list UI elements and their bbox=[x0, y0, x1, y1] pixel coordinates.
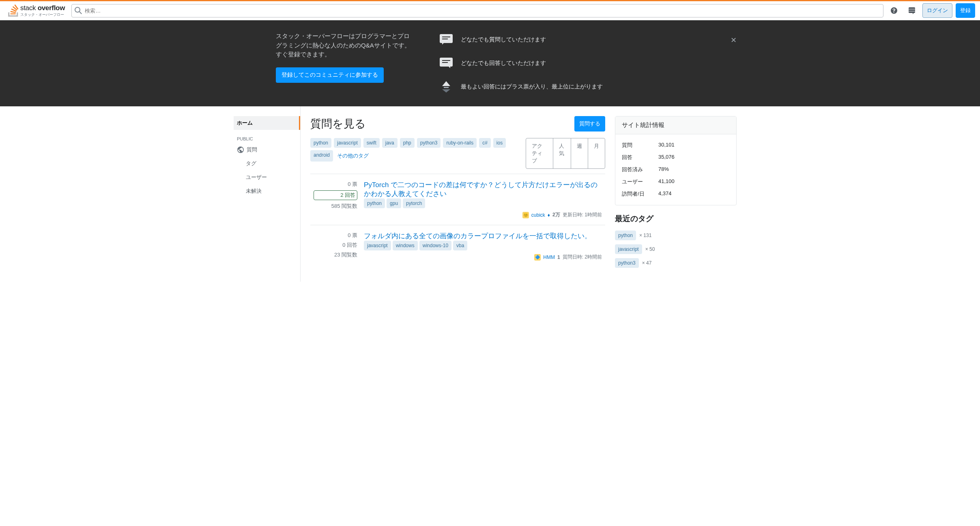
sort-tab[interactable]: アクティブ bbox=[526, 138, 553, 168]
content: 質問を見る 質問する pythonjavascriptswiftjavaphpp… bbox=[300, 106, 746, 282]
login-button[interactable]: ログイン bbox=[922, 3, 952, 18]
hero-description: スタック・オーバーフローはプログラマーとプログラミングに熱心な人のためのQ&Aサ… bbox=[276, 32, 414, 59]
tag-java[interactable]: java bbox=[382, 138, 398, 148]
sidebar-item-users[interactable]: ユーザー bbox=[234, 170, 300, 184]
stat-value: 41,100 bbox=[658, 178, 675, 185]
aside: サイト統計情報 質問30,101回答35,076回答済み78%ユーザー41,10… bbox=[615, 116, 737, 272]
tag-python3[interactable]: python3 bbox=[417, 138, 441, 148]
stackoverflow-icon bbox=[8, 4, 19, 17]
vote-icon bbox=[438, 79, 454, 95]
svg-rect-6 bbox=[444, 87, 449, 88]
sort-tabs: アクティブ人気週月 bbox=[526, 138, 605, 169]
stat-value: 4,374 bbox=[658, 190, 672, 198]
question-stats: 0 票0 回答23 閲覧数 bbox=[314, 232, 357, 261]
popular-tags: pythonjavascriptswiftjavaphppython3ruby-… bbox=[310, 138, 526, 162]
tag-python[interactable]: python bbox=[310, 138, 331, 148]
tag-javascript[interactable]: javascript bbox=[364, 241, 391, 250]
recent-tag-row: python× 131 bbox=[615, 231, 737, 240]
stat-label: 回答済み bbox=[622, 166, 658, 173]
recent-tag-row: python3× 47 bbox=[615, 258, 737, 268]
recent-tag-row: javascript× 50 bbox=[615, 244, 737, 254]
stat-row: 訪問者/日4,374 bbox=[622, 188, 730, 200]
tag-pytorch[interactable]: pytorch bbox=[403, 198, 425, 208]
tag-python[interactable]: python bbox=[364, 198, 385, 208]
site-stats-box: サイト統計情報 質問30,101回答35,076回答済み78%ユーザー41,10… bbox=[615, 116, 737, 205]
timestamp: 質問日時: 2時間前 bbox=[563, 254, 602, 261]
chat-icon bbox=[438, 32, 454, 48]
tag-count: × 131 bbox=[639, 233, 651, 238]
close-icon[interactable]: ✕ bbox=[731, 36, 737, 45]
username[interactable]: cubick bbox=[531, 212, 545, 218]
sidebar: ホーム PUBLIC 質問 タグ ユーザー 未解決 bbox=[234, 106, 300, 282]
stat-value: 30,101 bbox=[658, 142, 675, 149]
logo-text: stack overflow スタック・オーバーフロー bbox=[20, 4, 65, 17]
hero-left: スタック・オーバーフローはプログラマーとプログラミングに熱心な人のためのQ&Aサ… bbox=[243, 32, 414, 95]
sidebar-item-questions[interactable]: 質問 bbox=[234, 143, 300, 157]
answers: 2 回答 bbox=[314, 190, 357, 200]
stat-label: 回答 bbox=[622, 154, 658, 161]
topbar: stack overflow スタック・オーバーフロー ログイン 登録 bbox=[0, 0, 980, 20]
tag-c#[interactable]: c# bbox=[479, 138, 491, 148]
inbox-icon[interactable] bbox=[905, 3, 919, 18]
answers: 0 回答 bbox=[314, 241, 357, 249]
logo[interactable]: stack overflow スタック・オーバーフロー bbox=[5, 4, 68, 17]
sidebar-item-home[interactable]: ホーム bbox=[234, 116, 300, 130]
sort-tab[interactable]: 人気 bbox=[553, 138, 571, 168]
feature-text: 最もよい回答にはプラス票が入り、最上位に上がります bbox=[461, 83, 603, 91]
tag-swift[interactable]: swift bbox=[363, 138, 380, 148]
help-icon[interactable] bbox=[887, 3, 901, 18]
tag-gpu[interactable]: gpu bbox=[387, 198, 401, 208]
moderator-icon: ♦ bbox=[548, 212, 550, 218]
feature-text: どなたでも回答していただけます bbox=[461, 60, 546, 67]
hero-cta-button[interactable]: 登録してこのコミュニティに参加する bbox=[276, 67, 384, 83]
tag-windows-10[interactable]: windows-10 bbox=[419, 241, 451, 250]
sidebar-item-tags[interactable]: タグ bbox=[234, 157, 300, 170]
stat-row: 回答済み78% bbox=[622, 164, 730, 176]
svg-rect-5 bbox=[442, 62, 448, 63]
views: 585 閲覧数 bbox=[314, 203, 357, 210]
hero-features: ✕ どなたでも質問していただけます どなたでも回答していただけます 最もよい回答… bbox=[438, 32, 737, 95]
tag-python[interactable]: python bbox=[615, 231, 636, 240]
stat-label: 訪問者/日 bbox=[622, 190, 658, 198]
tag-count: × 47 bbox=[642, 260, 652, 266]
username[interactable]: HMM bbox=[543, 254, 555, 260]
avatar: 🔷 bbox=[534, 254, 541, 261]
sort-tab[interactable]: 週 bbox=[571, 138, 588, 168]
tag-ruby-on-rails[interactable]: ruby-on-rails bbox=[443, 138, 477, 148]
tag-javascript[interactable]: javascript bbox=[334, 138, 361, 148]
tag-php[interactable]: php bbox=[400, 138, 415, 148]
more-tags-link[interactable]: その他のタグ bbox=[335, 150, 370, 162]
sidebar-header-public: PUBLIC bbox=[234, 130, 300, 143]
hero-feature: 最もよい回答にはプラス票が入り、最上位に上がります bbox=[438, 79, 737, 95]
views: 23 閲覧数 bbox=[314, 251, 357, 259]
signup-button[interactable]: 登録 bbox=[956, 3, 975, 18]
stat-value: 35,076 bbox=[658, 154, 675, 161]
tag-android[interactable]: android bbox=[310, 150, 333, 162]
tag-python3[interactable]: python3 bbox=[615, 258, 639, 268]
tag-ios[interactable]: ios bbox=[493, 138, 506, 148]
tag-windows[interactable]: windows bbox=[393, 241, 418, 250]
ask-question-button[interactable]: 質問する bbox=[574, 116, 605, 132]
hero-banner: スタック・オーバーフローはプログラマーとプログラミングに熱心な人のためのQ&Aサ… bbox=[0, 20, 980, 106]
question-list: 0 票2 回答585 閲覧数PyTorch で二つのコードの差は何ですか？どうし… bbox=[310, 174, 605, 267]
stat-row: 回答35,076 bbox=[622, 151, 730, 164]
question-title[interactable]: フォルダ内にある全ての画像のカラープロファイルを一括で取得したい。 bbox=[364, 232, 591, 240]
sidebar-label: 質問 bbox=[247, 146, 257, 153]
body: ホーム PUBLIC 質問 タグ ユーザー 未解決 質問を見る 質問する pyt… bbox=[234, 106, 746, 282]
question-title[interactable]: PyTorch で二つのコードの差は何ですか？どうして片方だけエラーが出るのかわ… bbox=[364, 181, 597, 198]
page-title: 質問を見る bbox=[310, 116, 366, 131]
stat-row: 質問30,101 bbox=[622, 139, 730, 151]
question-row: 0 票0 回答23 閲覧数フォルダ内にある全ての画像のカラープロファイルを一括で… bbox=[310, 225, 605, 267]
tag-javascript[interactable]: javascript bbox=[615, 244, 642, 254]
tag-vba[interactable]: vba bbox=[453, 241, 467, 250]
search-input[interactable] bbox=[71, 4, 883, 17]
svg-rect-1 bbox=[442, 37, 450, 37]
search-wrapper bbox=[71, 4, 883, 17]
sort-tab[interactable]: 月 bbox=[588, 138, 605, 168]
chat-icon bbox=[438, 55, 454, 71]
timestamp: 更新日時: 1時間前 bbox=[563, 211, 602, 218]
reputation: 2万 bbox=[552, 211, 560, 218]
votes: 0 票 bbox=[314, 181, 357, 188]
question-meta: 🔷HMM1質問日時: 2時間前 bbox=[364, 254, 602, 261]
sidebar-item-unanswered[interactable]: 未解決 bbox=[234, 184, 300, 198]
